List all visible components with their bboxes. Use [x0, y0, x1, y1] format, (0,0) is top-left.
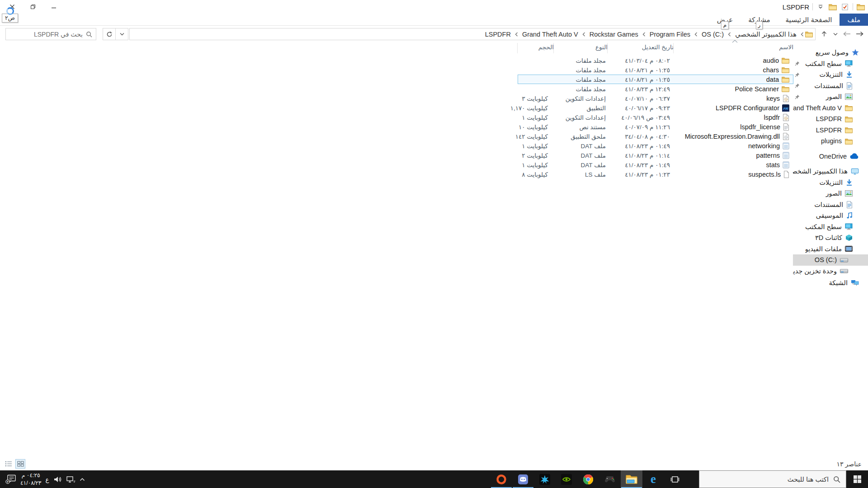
start-button[interactable]	[846, 470, 868, 488]
taskbar-app-button[interactable]: e	[642, 470, 664, 488]
sidebar-item-icon	[846, 201, 853, 208]
sidebar-item[interactable]: وصول سريع	[793, 47, 868, 58]
sidebar-item[interactable]: plugins	[793, 136, 868, 147]
sidebar-item[interactable]: التنزيلات	[793, 69, 868, 80]
chevron-icon[interactable]	[694, 32, 698, 37]
recent-locations-chevron-icon[interactable]	[831, 28, 840, 40]
column-header-type[interactable]: النوع	[554, 43, 608, 54]
sidebar-item-label: الموسيقى	[816, 212, 843, 219]
table-row[interactable]: lspdfr_license ⁦٤٠/٠٧/٠٩⁩ م ⁦١١:٢٦⁩ مستن…	[518, 122, 793, 131]
hidden-icons-chevron-icon[interactable]	[80, 478, 85, 481]
table-row[interactable]: keys ⁦٤٠/٠٧/١٠⁩ م ⁦٠٦:٣٧⁩ إعدادات التكوي…	[518, 94, 793, 103]
sidebar-item[interactable]: سطح المكتب	[793, 221, 868, 233]
column-header-date[interactable]: تاريخ التعديل	[608, 43, 674, 54]
table-row[interactable]: stats ⁦٤١/٠٨/٢٣⁩ م ⁦٠١:٤٩⁩ ملف DAT ⁦١⁩ ك…	[518, 160, 793, 169]
back-arrow-icon[interactable]	[854, 28, 865, 40]
column-header-size[interactable]: الحجم	[518, 43, 554, 54]
chevron-icon[interactable]	[801, 32, 804, 37]
volume-icon[interactable]	[53, 476, 62, 483]
sidebar-item[interactable]: الصور	[793, 91, 868, 103]
ribbon-tab[interactable]: مشاركة ر	[741, 14, 778, 26]
sidebar-item[interactable]: الشبكة	[793, 277, 868, 289]
ribbon-tab[interactable]: ملف	[840, 14, 868, 26]
breadcrumb-item[interactable]: OS (C:)	[699, 31, 726, 38]
qat-properties-icon[interactable]	[840, 2, 849, 11]
chevron-icon[interactable]	[728, 32, 731, 37]
taskbar-app-button[interactable]	[577, 470, 599, 488]
file-date-cell: ⁦٤٠/٠٧/٠٩⁩ م ⁦١١:٢٦⁩	[608, 122, 674, 131]
sidebar-item[interactable]: ملفات الفيديو	[793, 244, 868, 255]
sidebar-item[interactable]: OS (C:)	[793, 254, 868, 266]
thumbnails-view-button[interactable]	[15, 459, 25, 469]
sidebar-item[interactable]: كائنات ٣D	[793, 232, 868, 244]
action-center-icon[interactable]: ٣	[5, 474, 16, 484]
table-row[interactable]: lspdfr ⁦٤٠/٠٦/١٩⁩ ص ⁦٠٣:٤٩⁩ إعدادات التك…	[518, 113, 793, 122]
screen: LSPDFR ملف الصفحة الرئيسية مشاركة ر عرض …	[0, 0, 868, 488]
table-row[interactable]: audio ⁦٤١/٠٣/٠٤⁩ م ⁦٠٨:٠٢⁩ مجلد ملفات	[518, 56, 793, 65]
sidebar-item[interactable]: LSPDFR	[793, 125, 868, 136]
chevron-icon[interactable]	[642, 32, 646, 37]
restore-icon[interactable]	[24, 1, 42, 13]
app-folder-icon	[856, 2, 865, 11]
sidebar-item[interactable]: سطح المكتب	[793, 58, 868, 70]
qat-new-folder-icon[interactable]	[828, 2, 837, 11]
sidebar-item[interactable]: OneDrive	[793, 151, 868, 162]
taskbar-search-input[interactable]: اكتب هنا للبحث	[699, 470, 846, 488]
breadcrumb-item[interactable]: Rockstar Games	[587, 31, 641, 38]
taskbar-app-button[interactable]	[599, 470, 621, 488]
table-row[interactable]: suspects.ls ⁦٤١/٠٨/٢٣⁩ م ⁦٠١:٢٣⁩ ملف LS …	[518, 169, 793, 179]
address-dropdown-chevron-icon[interactable]	[115, 28, 128, 40]
taskbar-app-button[interactable]	[664, 470, 686, 488]
breadcrumb-item[interactable]: هذا الكمبيوتر الشخصي	[732, 31, 799, 38]
taskbar-app-button[interactable]	[491, 470, 512, 488]
search-input[interactable]: بحث في LSPDFR	[5, 28, 96, 40]
file-icon	[782, 85, 789, 92]
taskbar-app-icon	[583, 474, 594, 485]
language-indicator[interactable]: ع	[45, 476, 49, 483]
details-view-button[interactable]	[4, 459, 14, 469]
sidebar-item[interactable]: الصور	[793, 188, 868, 199]
taskbar-clock[interactable]: ٠٤:٢٥ م ٤١/٠٨/٢٣	[20, 472, 41, 487]
breadcrumb-item[interactable]: Grand Theft Auto V	[519, 31, 581, 38]
sidebar-item[interactable]: وحدة تخزين جديدة (D:)	[793, 266, 868, 277]
refresh-icon[interactable]	[103, 28, 115, 40]
breadcrumb-item[interactable]: Program Files	[647, 31, 693, 38]
table-row[interactable]: networking ⁦٤١/٠٨/٢٣⁩ م ⁦٠١:٤٩⁩ ملف DAT …	[518, 141, 793, 150]
sidebar-item[interactable]: المستندات	[793, 199, 868, 211]
chevron-icon[interactable]	[582, 32, 585, 37]
divider	[853, 3, 853, 10]
ribbon-tab[interactable]: الصفحة الرئيسية	[778, 14, 840, 26]
ribbon-tab[interactable]: عرض م	[709, 14, 741, 26]
table-row[interactable]: data ⁦٤١/٠٨/٢١⁩ م ⁦٠١:٢٥⁩ مجلد ملفات	[518, 75, 793, 84]
taskbar-app-button[interactable]	[556, 470, 577, 488]
address-bar[interactable]: هذا الكمبيوتر الشخصيOS (C:)Program Files…	[129, 28, 816, 40]
forward-arrow-icon[interactable]	[841, 28, 853, 40]
sidebar-item[interactable]: هذا الكمبيوتر الشخصي	[793, 166, 868, 177]
sidebar-item[interactable]: التنزيلات	[793, 177, 868, 188]
column-header-name[interactable]: الاسم	[674, 43, 793, 54]
taskbar-app-button[interactable]	[534, 470, 556, 488]
file-name-cell: patterns	[674, 150, 793, 160]
table-row[interactable]: Microsoft.Expression.Drawing.dll ⁦٣٤/٠٤/…	[518, 131, 793, 141]
sidebar-item[interactable]: الموسيقى	[793, 210, 868, 221]
navigation-pane: وصول سريع سطح المكتب التنزيلات المستندات…	[793, 47, 868, 300]
table-row[interactable]: chars ⁦٤١/٠٨/٢١⁩ م ⁦٠١:٢٥⁩ مجلد ملفات	[518, 65, 793, 75]
table-row[interactable]: FR LSPDFR Configurator ⁦٤٠/٠٦/١٧⁩ م ⁦٠٩:…	[518, 103, 793, 113]
taskbar: ٣ ٠٤:٢٥ م ٤١/٠٨/٢٣ ع	[0, 470, 868, 488]
network-icon[interactable]	[66, 476, 75, 483]
sidebar-item[interactable]: Grand Theft Auto V	[793, 103, 868, 114]
qat-customize-icon[interactable]	[816, 2, 825, 11]
sidebar-item[interactable]: LSPDFR	[793, 113, 868, 125]
chevron-icon[interactable]	[515, 32, 518, 37]
up-arrow-icon[interactable]	[818, 28, 830, 40]
table-row[interactable]: Police Scanner ⁦٤١/٠٨/٢٣⁩ م ⁦١٢:٤٩⁩ مجلد…	[518, 84, 793, 94]
sidebar-item-icon	[852, 49, 859, 56]
file-name-cell: networking	[674, 141, 793, 150]
minimize-icon[interactable]	[45, 1, 62, 13]
table-row[interactable]: patterns ⁦٤١/٠٨/٢٣⁩ م ⁦٠١:١٤⁩ ملف DAT ⁦٢…	[518, 150, 793, 160]
status-bar: ⁦١٣⁩ عناصر	[0, 458, 868, 470]
taskbar-app-button[interactable]	[621, 470, 642, 488]
taskbar-app-button[interactable]	[512, 470, 534, 488]
breadcrumb-item[interactable]: LSPDFR	[482, 31, 514, 38]
sidebar-item[interactable]: المستندات	[793, 80, 868, 92]
